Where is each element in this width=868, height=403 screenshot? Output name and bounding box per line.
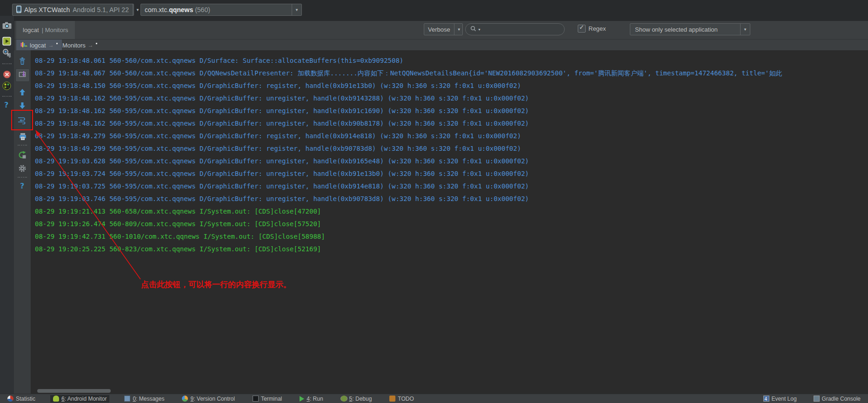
system-info-button[interactable] [2, 81, 11, 92]
help-icon: ? [4, 101, 8, 109]
wrap-lines-button[interactable] [17, 116, 27, 126]
up-stack-trace-icon [19, 88, 26, 98]
terminate-application-button[interactable] [3, 70, 11, 81]
gear-icon [18, 164, 27, 175]
messages-icon [124, 396, 130, 402]
down-stack-trace-button[interactable] [19, 102, 26, 111]
tab-monitors[interactable]: Monitors→ [58, 40, 101, 51]
log-line: 08-29 19:19:42.731 560-1010/com.xtc.qqne… [35, 230, 868, 243]
statusbar-item-terminal[interactable]: Terminal [250, 395, 285, 403]
screenshot-button[interactable] [2, 22, 12, 31]
todo-icon [389, 396, 395, 402]
log-line: 08-29 19:19:03.628 560-595/com.xtc.qqnew… [35, 155, 868, 168]
statusbar-item-label: Event Log [772, 396, 797, 402]
statusbar-item-versioncontrol[interactable]: 9: Version Control [179, 395, 237, 403]
statusbar-item-debug[interactable]: 5: Debug [338, 395, 375, 403]
log-line: 08-29 19:19:26.474 560-809/com.xtc.qqnew… [35, 218, 868, 230]
toolbar-divider [2, 96, 12, 97]
statusbar-item-label: TODO [398, 396, 414, 402]
statusbar-item-run[interactable]: 4: Run [297, 395, 326, 403]
search-input[interactable] [482, 26, 566, 34]
scroll-to-end-icon [19, 71, 27, 80]
tab-logcat[interactable]: logcat→ [16, 40, 62, 51]
print-button[interactable] [19, 133, 27, 142]
help-button[interactable]: ? [4, 101, 8, 109]
statusbar-item-todo[interactable]: TODO [387, 395, 416, 403]
log-line: 08-29 19:18:48.067 560-560/com.xtc.qqnew… [35, 67, 868, 80]
search-history-chevron-icon[interactable]: ▼ [478, 28, 481, 31]
logcat-settings-button[interactable] [18, 164, 27, 175]
toolwindow-title: logcat [23, 27, 39, 34]
statusbar-item-label: 4: Run [307, 396, 323, 402]
statusbar-item-label: 6: Android Monitor [61, 396, 107, 402]
device-name: Alps XTCWatch [24, 6, 70, 13]
toolbar-divider [18, 145, 27, 146]
camera-icon [2, 22, 12, 31]
tab-modified-dot [56, 43, 58, 44]
tab-modified-dot [96, 43, 97, 44]
statusbar-item-label: Terminal [261, 396, 282, 402]
up-stack-trace-button[interactable] [19, 88, 26, 98]
log-line: 08-29 19:20:25.225 560-823/com.xtc.qqnew… [35, 243, 868, 255]
statusbar-item-eventlog[interactable]: 4Event Log [761, 395, 800, 403]
process-selector[interactable]: com.xtc.qqnews (560) ▼ [140, 4, 302, 16]
regex-checkbox[interactable]: ✓ [578, 25, 586, 33]
logcat-output[interactable]: 08-29 19:18:48.061 560-560/com.xtc.qqnew… [31, 50, 868, 394]
log-line: 08-29 19:18:48.162 560-595/com.xtc.qqnew… [35, 105, 868, 117]
scroll-to-end-button[interactable] [15, 68, 30, 82]
annotation-text: 点击此按钮，可以将一行的内容换行显示。 [141, 279, 291, 290]
logcat-help-button[interactable]: ? [20, 181, 24, 190]
terminal-icon [253, 396, 259, 402]
clear-logcat-button[interactable] [19, 57, 26, 67]
regex-label: Regex [588, 25, 606, 32]
restart-button[interactable] [18, 151, 27, 161]
wrap-lines-icon [17, 116, 27, 126]
help-icon: ? [20, 181, 24, 190]
monitor-side-toolbar: ? [0, 16, 14, 394]
logcat-toolbar: ? [14, 50, 31, 394]
statusbar-item-label: Statistic [16, 396, 35, 402]
chevron-down-icon: ▼ [292, 4, 301, 15]
version-control-icon [182, 396, 188, 402]
log-line: 08-29 19:19:03.746 560-595/com.xtc.qqnew… [35, 193, 868, 205]
screen-record-button[interactable] [2, 37, 11, 47]
device-phone-icon [16, 6, 21, 14]
toolwindow-title-tab[interactable]: logcat | Monitors [16, 21, 75, 39]
process-name: com.xtc.qqnews (560) [145, 6, 210, 13]
tab-arrow-icon: → [88, 42, 93, 48]
statusbar: Statistic6: Android Monitor0: Messages9:… [0, 394, 868, 403]
logcat-tab-icon [20, 42, 27, 49]
toolwindow-header-row: logcat | Monitors Verbose ▼ ▼ ✓ Regex Sh… [14, 21, 868, 39]
log-line: 08-29 19:19:03.724 560-595/com.xtc.qqnew… [35, 168, 868, 180]
log-line: 08-29 19:18:48.061 560-560/com.xtc.qqnew… [35, 54, 868, 67]
log-line: 08-29 19:19:03.725 560-595/com.xtc.qqnew… [35, 180, 868, 193]
log-line: 08-29 19:18:49.279 560-595/com.xtc.qqnew… [35, 130, 868, 142]
gradle-console-icon [814, 396, 820, 402]
log-line: 08-29 19:18:49.299 560-595/com.xtc.qqnew… [35, 142, 868, 155]
device-selector[interactable]: Alps XTCWatch Android 5.1, API 22 ▼ [12, 4, 134, 16]
log-level-selector[interactable]: Verbose ▼ [424, 23, 463, 35]
statusbar-item-label: 0: Messages [133, 396, 164, 402]
debug-icon [341, 396, 347, 402]
log-line: 08-29 19:19:21.413 560-658/com.xtc.qqnew… [35, 205, 868, 218]
statusbar-item-messages[interactable]: 0: Messages [121, 395, 167, 403]
statistic-icon [7, 396, 13, 402]
statusbar-item-gradleconsole[interactable]: Gradle Console [811, 395, 863, 403]
statusbar-left: Statistic6: Android Monitor0: Messages9:… [5, 395, 417, 403]
event-count-badge: 4 [765, 396, 768, 402]
restart-icon [18, 151, 27, 161]
statusbar-right: 4Event LogGradle Console [761, 395, 863, 403]
system-info-icon [2, 81, 11, 92]
print-icon [19, 133, 27, 142]
search-icon [470, 25, 477, 34]
screen-record-icon [2, 37, 11, 47]
layout-inspector-button[interactable] [2, 48, 12, 60]
chevron-down-icon: ▼ [740, 24, 750, 35]
statusbar-item-androidmonitor[interactable]: 6: Android Monitor [50, 395, 109, 403]
android-monitor-window: Alps XTCWatch Android 5.1, API 22 ▼ com.… [0, 0, 868, 403]
statusbar-item-statistic[interactable]: Statistic [5, 395, 38, 403]
horizontal-scrollbar-thumb[interactable] [37, 389, 111, 393]
filter-selector[interactable]: Show only selected application ▼ [630, 23, 750, 35]
tab-arrow-icon: → [48, 42, 54, 48]
logcat-search-field[interactable]: ▼ [465, 23, 565, 35]
